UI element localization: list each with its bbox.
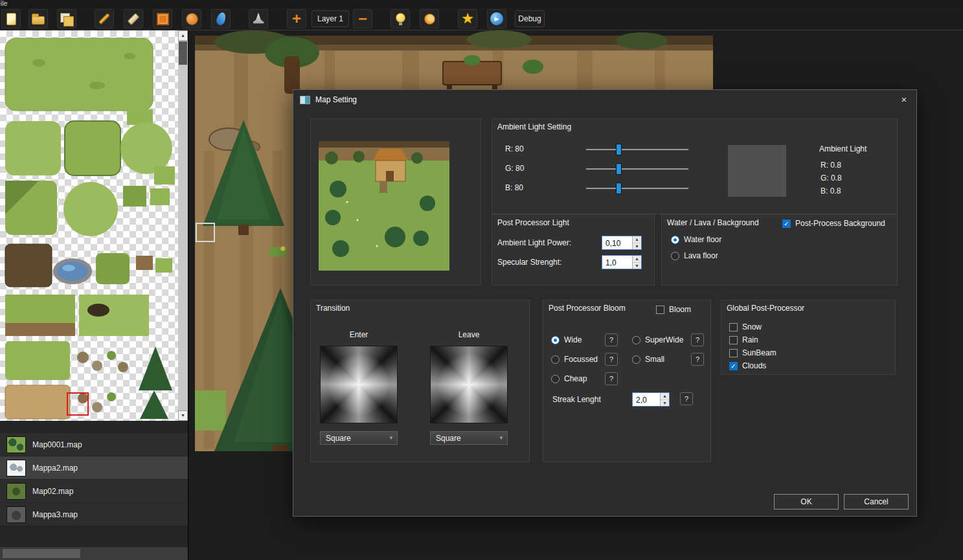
- red-slider[interactable]: [586, 144, 688, 155]
- dialog-title-bar[interactable]: Map Setting: [293, 90, 916, 109]
- cheap-help-button[interactable]: ?: [605, 372, 618, 385]
- checkbox-box[interactable]: ✓: [729, 349, 738, 357]
- blue-slider[interactable]: [586, 183, 688, 194]
- add-layer-button[interactable]: +: [287, 9, 306, 28]
- tileset-scrollbar[interactable]: ▲ ▼: [178, 30, 188, 421]
- post-process-background-checkbox[interactable]: ✓ Post-Process Background: [782, 219, 885, 228]
- radio-dot[interactable]: [671, 236, 679, 244]
- remove-layer-button[interactable]: −: [353, 9, 372, 28]
- checkbox-box[interactable]: ✓: [729, 362, 738, 370]
- light-toggle-button[interactable]: [391, 9, 410, 28]
- checkbox-label: Rain: [742, 335, 758, 344]
- tile-fill-button[interactable]: [153, 9, 172, 28]
- scroll-down-button[interactable]: ▼: [178, 410, 188, 421]
- spin-up-button[interactable]: ▲: [661, 393, 669, 400]
- small-help-button[interactable]: ?: [691, 353, 704, 366]
- chevron-down-icon[interactable]: ▼: [385, 435, 397, 441]
- eraser-tool-button[interactable]: [124, 9, 143, 28]
- scrollbar-thumb[interactable]: [3, 549, 80, 558]
- tile-circle-icon: [186, 13, 198, 25]
- bloom-cheap-radio[interactable]: Cheap: [551, 374, 587, 383]
- tileset-palette[interactable]: ▲ ▼: [0, 30, 188, 421]
- ambient-light-button[interactable]: [420, 9, 439, 28]
- radio-dot[interactable]: [551, 375, 560, 383]
- spin-down-button[interactable]: ▼: [633, 243, 641, 250]
- specular-strength-spinner[interactable]: 1,0 ▲▼: [602, 255, 642, 269]
- checkbox-box[interactable]: ✓: [729, 336, 738, 344]
- map-list-item[interactable]: Map0001.map: [0, 433, 188, 456]
- global-post-processor-group: Global Post-Processor ✓ Snow ✓ Rain ✓ Su…: [721, 300, 896, 375]
- new-map-button[interactable]: [1, 9, 21, 28]
- spinner-value[interactable]: 2,0: [633, 393, 660, 406]
- ok-button[interactable]: OK: [774, 494, 839, 510]
- scroll-up-button[interactable]: ▲: [178, 30, 188, 41]
- spin-up-button[interactable]: ▲: [633, 256, 641, 263]
- rain-checkbox[interactable]: ✓ Rain: [729, 335, 758, 344]
- radio-dot[interactable]: [632, 336, 640, 344]
- radio-dot[interactable]: [551, 336, 560, 344]
- map-list-item-selected[interactable]: Mappa2.map: [0, 456, 188, 480]
- dialog-icon: [300, 96, 310, 104]
- pencil-tool-button[interactable]: [95, 9, 114, 28]
- open-map-button[interactable]: [28, 9, 48, 28]
- ambient-light-group: Ambient Light Setting R: 80 G: 80 B: 80 …: [492, 118, 898, 214]
- water-lava-background-group: Water / Lava / Background ✓ Post-Process…: [661, 214, 898, 286]
- favorites-button[interactable]: ★: [458, 9, 477, 28]
- bloom-superwide-radio[interactable]: SuperWide: [632, 335, 683, 344]
- debug-button[interactable]: Debug: [515, 10, 545, 27]
- green-slider[interactable]: [586, 163, 688, 175]
- superwide-help-button[interactable]: ?: [691, 333, 704, 346]
- bloom-wide-radio[interactable]: Wide: [551, 335, 582, 344]
- menu-file[interactable]: File: [0, 0, 8, 7]
- ambient-b-value: B: 0.8: [821, 186, 841, 196]
- spin-up-button[interactable]: ▲: [633, 236, 641, 243]
- scrollbar-thumb[interactable]: [179, 41, 187, 65]
- bloom-focussed-radio[interactable]: Focussed: [551, 355, 598, 364]
- leave-transition-select[interactable]: Square ▼: [430, 431, 508, 445]
- checkbox-box[interactable]: ✓: [656, 306, 664, 314]
- tileset-canvas[interactable]: [0, 30, 179, 421]
- clouds-checkbox[interactable]: ✓ Clouds: [729, 361, 766, 370]
- lava-floor-radio[interactable]: Lava floor: [671, 251, 718, 260]
- sunbeam-checkbox[interactable]: ✓ SunBeam: [729, 348, 776, 357]
- spin-down-button[interactable]: ▼: [661, 400, 669, 407]
- map-list-item[interactable]: Map02.map: [0, 480, 188, 503]
- spin-down-button[interactable]: ▼: [633, 263, 641, 269]
- map-list-scrollbar[interactable]: [0, 547, 188, 560]
- transition-group-title: Transition: [316, 304, 350, 313]
- bloom-small-radio[interactable]: Small: [632, 355, 664, 364]
- enter-label: Enter: [320, 330, 398, 339]
- slider-thumb[interactable]: [616, 163, 622, 175]
- enter-transition-select[interactable]: Square ▼: [320, 431, 398, 445]
- spinner-value[interactable]: 0,10: [602, 236, 632, 249]
- layer-selector[interactable]: Layer 1: [312, 10, 349, 27]
- paint-tool-button[interactable]: [211, 9, 231, 28]
- lamp-tool-button[interactable]: [249, 9, 268, 28]
- run-button[interactable]: ▶: [487, 9, 506, 28]
- checkbox-box[interactable]: ✓: [782, 219, 791, 228]
- wide-help-button[interactable]: ?: [605, 333, 618, 346]
- bloom-checkbox[interactable]: ✓ Bloom: [656, 305, 691, 314]
- radio-dot[interactable]: [632, 355, 640, 364]
- dialog-title: Map Setting: [315, 95, 357, 104]
- radio-dot[interactable]: [551, 355, 560, 364]
- snow-checkbox[interactable]: ✓ Snow: [729, 322, 762, 331]
- water-floor-radio[interactable]: Water floor: [671, 235, 721, 244]
- slider-track: [586, 149, 688, 150]
- streak-length-spinner[interactable]: 2,0 ▲▼: [632, 392, 670, 407]
- map-list-item[interactable]: Mappa3.map: [0, 503, 188, 526]
- close-icon[interactable]: ×: [894, 91, 914, 108]
- spinner-value[interactable]: 1,0: [602, 256, 632, 269]
- eraser-icon: [127, 12, 139, 25]
- radio-dot[interactable]: [671, 252, 679, 260]
- checkbox-box[interactable]: ✓: [729, 323, 738, 331]
- tile-round-button[interactable]: [182, 9, 201, 28]
- focussed-help-button[interactable]: ?: [605, 353, 618, 366]
- save-map-button[interactable]: [57, 9, 76, 28]
- slider-thumb[interactable]: [616, 183, 622, 194]
- ambient-light-power-spinner[interactable]: 0,10 ▲▼: [602, 236, 642, 250]
- chevron-down-icon[interactable]: ▼: [495, 435, 507, 441]
- slider-thumb[interactable]: [616, 144, 622, 155]
- cancel-button[interactable]: Cancel: [844, 494, 909, 510]
- streak-help-button[interactable]: ?: [680, 392, 693, 405]
